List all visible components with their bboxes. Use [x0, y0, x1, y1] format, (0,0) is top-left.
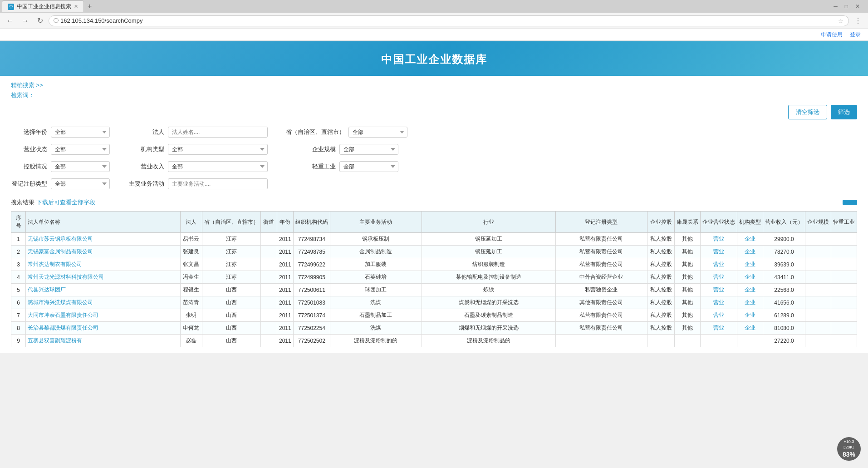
table-cell-link[interactable]: 营业	[713, 261, 724, 267]
col-revenue: 营业收入（元）	[763, 212, 805, 233]
revenue-label: 营业收入	[128, 163, 164, 171]
control-label: 控股情况	[11, 163, 47, 171]
login-link[interactable]: 登录	[850, 31, 861, 39]
table-cell-link[interactable]: 企业	[745, 286, 755, 293]
col-light: 轻重工业	[831, 212, 857, 233]
results-text: 搜索结果	[11, 199, 36, 206]
revenue-select[interactable]: 全部	[168, 161, 268, 172]
province-select[interactable]: 全部	[348, 127, 407, 138]
table-cell-link[interactable]: 企业	[745, 261, 755, 267]
legal-person-label: 法人	[128, 128, 164, 136]
table-cell-link[interactable]: 五寨县双喜副耀淀粉有	[28, 337, 82, 344]
reg-type-filter: 登记注册类型 全部	[11, 178, 110, 189]
op-status-select[interactable]: 全部	[51, 144, 110, 155]
table-row: 2无锡豪富金属制品有限公司张建良江苏2011772498785金属制品制造钢压延…	[11, 246, 857, 258]
page-title: 中国工业企业数据库	[0, 52, 868, 67]
filter-row-1: 选择年份 全部 法人 省（自治区、直辖市） 全部	[11, 127, 857, 138]
address-input[interactable]	[60, 17, 836, 24]
scale-select[interactable]: 全部	[339, 144, 398, 155]
scale-filter: 企业规模 全部	[286, 144, 398, 155]
table-row: 4常州天龙光源材料科技有限公司冯金生江苏2011772499905石英硅培某他输…	[11, 271, 857, 284]
table-cell-link[interactable]: 营业	[713, 286, 724, 293]
table-row: 9五寨县双喜副耀淀粉有赵磊山西2011772502502淀粉及淀粉制的的淀粉及淀…	[11, 335, 857, 347]
new-tab-button[interactable]: +	[84, 2, 95, 10]
apply-link[interactable]: 申请使用	[821, 31, 843, 39]
minimize-button[interactable]: ─	[831, 1, 840, 11]
tab-close-icon[interactable]: ✕	[74, 4, 78, 10]
year-filter: 选择年份 全部	[11, 127, 110, 138]
close-window-button[interactable]: ✕	[853, 1, 863, 11]
table-cell-link[interactable]: 代县兴达球团厂	[28, 286, 66, 293]
precise-search-link[interactable]: 精确搜索 >>	[11, 82, 43, 89]
table-cell-link[interactable]: 营业	[713, 312, 724, 318]
table-cell-link[interactable]: 企业	[745, 312, 755, 318]
scale-label: 企业规模	[286, 145, 336, 153]
table-cell-link[interactable]: 无锡市苏云钢承板有限公司	[28, 236, 93, 242]
light-select[interactable]: 全部	[339, 161, 398, 172]
download-link[interactable]: 下载后可查看全部字段	[36, 199, 95, 206]
control-filter: 控股情况 全部	[11, 161, 110, 172]
light-label: 轻重工业	[286, 163, 336, 171]
light-filter: 轻重工业 全部	[286, 161, 398, 172]
filter-button[interactable]: 筛选	[831, 105, 857, 119]
active-tab[interactable]: 中 中国工业企业信息搜索 ✕	[2, 0, 84, 12]
table-cell-link[interactable]: 常州杰达制衣有限公司	[28, 261, 82, 267]
revenue-filter: 营业收入 全部	[128, 161, 268, 172]
table-cell-link[interactable]: 营业	[713, 274, 724, 280]
address-bar[interactable]: ⓘ ☆	[49, 15, 849, 26]
table-cell-link[interactable]: 企业	[745, 325, 755, 331]
year-label: 选择年份	[11, 128, 47, 136]
filter-row-2: 营业状态 全部 机构类型 全部 企业规模 全部	[11, 144, 857, 155]
export-button[interactable]	[843, 200, 857, 205]
table-cell-link[interactable]: 企业	[745, 299, 755, 305]
col-orgcode: 组织机构代码	[293, 212, 330, 233]
col-person: 法人	[180, 212, 202, 233]
table-cell-link[interactable]: 无锡豪富金属制品有限公司	[28, 248, 93, 255]
table-cell-link[interactable]: 常州天龙光源材料科技有限公司	[28, 274, 104, 280]
col-province: 省（自治区、直辖市）	[202, 212, 260, 233]
menu-button[interactable]: ⋮	[852, 15, 864, 27]
table-cell-link[interactable]: 潞城市海兴洗煤煤有限公司	[28, 299, 93, 305]
table-cell-link[interactable]: 长治县黎都洗煤有限责任公司	[28, 325, 98, 331]
col-activity: 主要业务活动	[330, 212, 422, 233]
table-body: 1无锡市苏云钢承板有限公司易书云江苏2011772498734钢承板压制钢压延加…	[11, 233, 857, 347]
table-cell-link[interactable]: 企业	[745, 248, 755, 255]
activity-label: 主要业务活动	[128, 180, 164, 188]
activity-input[interactable]	[168, 178, 268, 189]
col-kanshang: 康晟关系	[675, 212, 701, 233]
table-cell-link[interactable]: 企业	[745, 236, 755, 242]
op-status-label: 营业状态	[11, 145, 47, 153]
year-select[interactable]: 全部	[51, 127, 110, 138]
table-cell-link[interactable]: 营业	[713, 325, 724, 331]
org-type-select[interactable]: 全部	[168, 144, 268, 155]
lock-icon: ⓘ	[54, 17, 59, 24]
org-type-label: 机构类型	[128, 145, 164, 153]
col-control: 企业控股	[647, 212, 675, 233]
table-cell-link[interactable]: 大同市坤泰石墨有限责任公司	[28, 312, 98, 318]
table-row: 3常州杰达制衣有限公司张文昌江苏2011772499622加工服装纺织服装制造私…	[11, 258, 857, 271]
control-select[interactable]: 全部	[51, 161, 110, 172]
col-name: 法人单位名称	[26, 212, 181, 233]
reload-button[interactable]: ↻	[34, 15, 46, 27]
table-cell-link[interactable]: 企业	[745, 274, 755, 280]
bookmark-icon[interactable]: ☆	[838, 17, 844, 25]
legal-person-filter: 法人	[128, 127, 268, 138]
filter-actions: 清空筛选 筛选	[11, 105, 857, 119]
data-table: 序号 法人单位名称 法人 省（自治区、直辖市） 街道 年份 组织机构代码 主要业…	[11, 211, 857, 347]
forward-button[interactable]: →	[19, 15, 32, 27]
clear-filter-button[interactable]: 清空筛选	[788, 105, 827, 119]
table-header-row: 序号 法人单位名称 法人 省（自治区、直辖市） 街道 年份 组织机构代码 主要业…	[11, 212, 857, 233]
maximize-button[interactable]: □	[842, 1, 851, 11]
filter-row-3: 控股情况 全部 营业收入 全部 轻重工业 全部	[11, 161, 857, 172]
col-scale: 企业规模	[805, 212, 831, 233]
legal-person-input[interactable]	[168, 127, 268, 138]
main-content: 精确搜索 >> 检索词： 清空筛选 筛选 选择年份 全部 法人 省（自治区、直辖…	[0, 76, 868, 353]
back-button[interactable]: ←	[4, 15, 16, 27]
page-header: 中国工业企业数据库	[0, 41, 868, 76]
reg-type-select[interactable]: 全部	[51, 178, 110, 189]
table-cell-link[interactable]: 营业	[713, 236, 724, 242]
table-cell-link[interactable]: 营业	[713, 248, 724, 255]
results-header: 搜索结果 下载后可查看全部字段	[11, 198, 857, 207]
table-cell-link[interactable]: 营业	[713, 299, 724, 305]
filter-row-4: 登记注册类型 全部 主要业务活动	[11, 178, 857, 189]
